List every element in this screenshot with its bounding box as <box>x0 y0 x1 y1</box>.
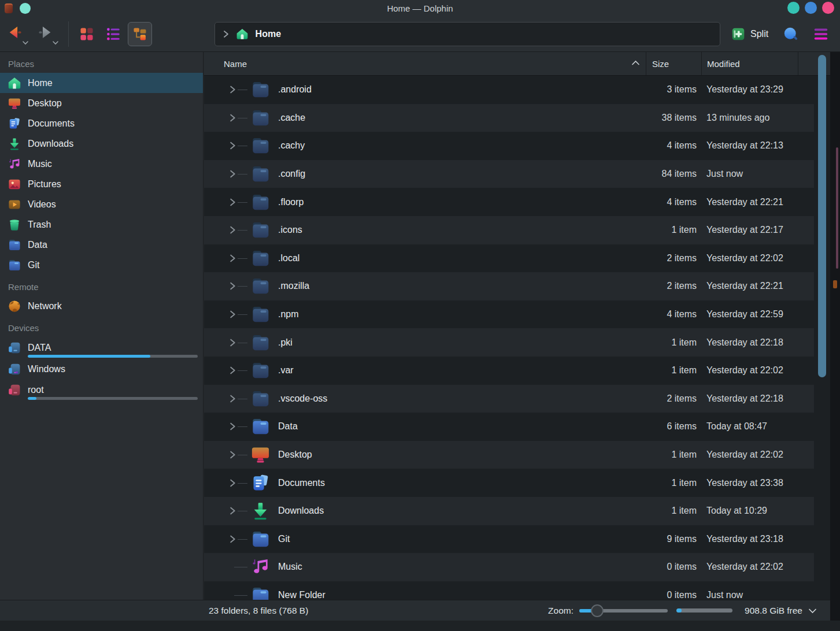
desktop-icon <box>8 96 21 110</box>
file-row-var[interactable]: .var1 itemYesterday at 22:02 <box>204 357 814 385</box>
details-view-button[interactable] <box>128 22 152 46</box>
file-row-cachy[interactable]: .cachy4 itemsYesterday at 22:13 <box>204 132 814 160</box>
file-modified: Yesterday at 22:18 <box>706 394 783 404</box>
sidebar-item-windows[interactable]: Windows <box>0 359 203 379</box>
back-button[interactable] <box>3 21 30 47</box>
file-name: .local <box>278 253 299 263</box>
file-name: Desktop <box>278 450 312 460</box>
sidebar-item-data[interactable]: Data <box>0 235 203 255</box>
file-row-npm[interactable]: .npm4 itemsYesterday at 22:59 <box>204 300 814 329</box>
file-row-cache[interactable]: .cache38 items13 minutes ago <box>204 104 814 132</box>
file-row-mozilla[interactable]: .mozilla2 itemsYesterday at 22:21 <box>204 272 814 300</box>
forward-button[interactable] <box>34 21 60 47</box>
sidebar-item-data[interactable]: DATA <box>0 337 203 359</box>
pin-icon[interactable] <box>20 3 31 14</box>
sidebar-item-pictures[interactable]: Pictures <box>0 174 203 194</box>
sidebar-item-videos[interactable]: Videos <box>0 194 203 214</box>
file-row-icons[interactable]: .icons1 itemYesterday at 22:17 <box>204 216 814 244</box>
sidebar-item-trash[interactable]: Trash <box>0 214 203 235</box>
file-modified: Yesterday at 22:02 <box>706 562 783 572</box>
chevron-down-icon[interactable] <box>808 608 817 614</box>
sidebar-item-network[interactable]: Network <box>0 296 203 316</box>
sidebar-section-header-places: Places <box>0 52 203 73</box>
expand-chevron-icon[interactable] <box>230 535 236 543</box>
split-button[interactable]: Split <box>731 27 768 42</box>
zoom-slider[interactable] <box>579 604 668 617</box>
breadcrumb-segment-home[interactable]: Home <box>256 29 281 39</box>
column-header-modified[interactable]: Modified <box>702 52 798 75</box>
places-panel: PlacesHomeDesktopDocumentsDownloadsMusic… <box>0 52 203 600</box>
file-modified: Yesterday at 22:21 <box>706 281 783 291</box>
file-row-documents[interactable]: Documents1 itemYesterday at 23:38 <box>204 469 814 497</box>
file-row-pki[interactable]: .pki1 itemYesterday at 22:18 <box>204 328 814 357</box>
file-row-floorp[interactable]: .floorp4 itemsYesterday at 22:21 <box>204 188 814 216</box>
file-modified: Yesterday at 23:38 <box>706 478 783 488</box>
expand-chevron-icon[interactable] <box>230 113 236 122</box>
file-name: Documents <box>278 478 325 488</box>
file-row-android[interactable]: .android3 itemsYesterday at 23:29 <box>204 76 814 104</box>
expand-chevron-icon[interactable] <box>230 86 236 94</box>
disk-capacity-bar <box>676 608 732 613</box>
chevron-down-icon[interactable] <box>52 40 59 45</box>
expand-chevron-icon[interactable] <box>230 507 236 515</box>
compact-view-button[interactable] <box>101 22 125 46</box>
sidebar-item-documents[interactable]: Documents <box>0 113 203 133</box>
file-row-downloads[interactable]: Downloads1 itemToday at 10:29 <box>204 497 814 525</box>
minimize-button[interactable] <box>787 2 800 14</box>
expand-chevron-icon[interactable] <box>230 366 236 375</box>
tree-tick <box>238 399 247 399</box>
sidebar-item-root[interactable]: root <box>0 379 203 401</box>
sidebar-item-downloads[interactable]: Downloads <box>0 133 203 154</box>
maximize-button[interactable] <box>805 2 817 14</box>
tree-tick <box>238 426 247 427</box>
scrollbar-thumb[interactable] <box>818 55 826 377</box>
expand-chevron-icon[interactable] <box>230 478 236 487</box>
expand-chevron-icon[interactable] <box>230 394 236 403</box>
drive-root-icon <box>8 383 21 397</box>
file-row-git[interactable]: Git9 itemsYesterday at 23:18 <box>204 525 814 554</box>
column-header-size[interactable]: Size <box>646 52 702 75</box>
sidebar-item-desktop[interactable]: Desktop <box>0 93 203 113</box>
chevron-right-icon <box>223 30 229 38</box>
app-icon[interactable] <box>5 3 13 13</box>
search-button[interactable] <box>782 25 800 43</box>
expand-chevron-icon[interactable] <box>230 338 236 347</box>
sidebar-item-label: Trash <box>28 220 51 230</box>
location-bar[interactable]: Home <box>214 22 720 46</box>
hamburger-menu-button[interactable] <box>812 25 830 43</box>
close-button[interactable] <box>822 2 834 14</box>
file-row-data[interactable]: Data6 itemsToday at 08:47 <box>204 413 814 441</box>
expand-chevron-icon[interactable] <box>230 310 236 319</box>
expand-chevron-icon[interactable] <box>230 422 236 431</box>
file-row-music[interactable]: Music0 itemsYesterday at 22:02 <box>204 553 814 581</box>
icons-view-button[interactable] <box>75 22 99 46</box>
file-row-new-folder[interactable]: New Folder0 itemsJust now <box>204 581 814 600</box>
file-row-config[interactable]: .config84 itemsJust now <box>204 160 814 188</box>
tree-tick <box>238 202 247 203</box>
file-size: 1 item <box>671 337 697 348</box>
file-size: 1 item <box>671 365 697 376</box>
expand-chevron-icon[interactable] <box>230 254 236 262</box>
vertical-scrollbar[interactable] <box>816 52 828 600</box>
file-row-vscode-oss[interactable]: .vscode-oss2 itemsYesterday at 22:18 <box>204 385 814 413</box>
expand-chevron-icon[interactable] <box>230 198 236 206</box>
expand-chevron-icon[interactable] <box>230 451 236 459</box>
file-size: 3 items <box>667 84 697 95</box>
sidebar-item-home[interactable]: Home <box>0 73 203 93</box>
file-row-desktop[interactable]: Desktop1 itemYesterday at 22:02 <box>204 441 814 469</box>
expand-chevron-icon[interactable] <box>230 282 236 291</box>
expand-chevron-icon[interactable] <box>230 142 236 150</box>
expand-chevron-icon[interactable] <box>230 170 236 179</box>
zoom-slider-handle[interactable] <box>591 604 604 617</box>
sidebar-item-git[interactable]: Git <box>0 255 203 275</box>
expand-chevron-icon[interactable] <box>230 226 236 235</box>
chevron-down-icon[interactable] <box>22 40 29 45</box>
file-row-local[interactable]: .local2 itemsYesterday at 22:02 <box>204 244 814 273</box>
split-view-icon <box>731 27 746 42</box>
drive-icon <box>8 341 21 355</box>
sidebar-item-music[interactable]: Music <box>0 154 203 174</box>
file-size: 38 items <box>662 113 697 123</box>
file-size: 4 items <box>667 197 697 207</box>
file-modified: Just now <box>706 169 743 179</box>
column-header-name[interactable]: Name <box>204 52 646 75</box>
